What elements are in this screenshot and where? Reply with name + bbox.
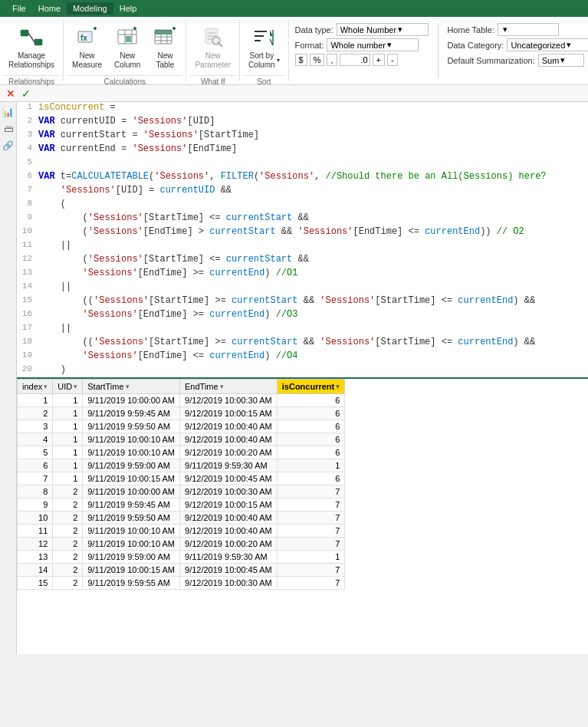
dollar-button[interactable]: $: [295, 54, 307, 66]
format-value: Whole number: [330, 41, 386, 50]
table-cell-row9-col2: 9/11/2019 9:59:45 AM: [83, 498, 180, 512]
new-column-label: NewColumn: [114, 51, 140, 70]
top-bar-file[interactable]: File: [6, 2, 32, 15]
ribbon-group-formatting: Data type: Whole Number ▾ Format: Whole …: [289, 20, 588, 81]
uid-filter-icon[interactable]: ▾: [74, 383, 77, 390]
table-cell-row5-col3: 9/12/2019 10:00:20 AM: [180, 446, 278, 459]
table-cell-row3-col3: 9/12/2019 10:00:40 AM: [180, 420, 278, 433]
top-bar-home[interactable]: Home: [32, 2, 67, 15]
sidebar-data-icon[interactable]: 🗃: [2, 122, 15, 136]
new-table-button[interactable]: NewTable: [147, 21, 182, 74]
table-cell-row6-col4: 1: [277, 459, 344, 472]
data-category-select[interactable]: Uncategorized ▾: [507, 38, 588, 51]
table-cell-row2-col3: 9/12/2019 10:00:15 AM: [180, 407, 278, 420]
table-row: 829/11/2019 10:00:00 AM9/12/2019 10:00:3…: [18, 485, 345, 498]
table-cell-row2-col1: 1: [53, 407, 83, 420]
col-header-uid[interactable]: UID ▾: [53, 380, 83, 394]
code-line-3: 3 VAR currentStart = 'Sessions'[StartTim…: [17, 130, 588, 143]
new-table-label: NewTable: [156, 51, 174, 70]
svg-rect-0: [21, 30, 28, 36]
data-type-select[interactable]: Whole Number ▾: [337, 23, 429, 36]
decimal-input[interactable]: [340, 54, 370, 66]
sidebar-model-icon[interactable]: 🔗: [2, 139, 15, 153]
data-type-section: Data type: Whole Number ▾ Format: Whole …: [295, 23, 429, 66]
format-buttons-row: $ % , + -: [295, 54, 429, 66]
sort-by-column-button[interactable]: Sort byColumn ▾: [243, 21, 284, 74]
table-cell-row4-col1: 1: [53, 433, 83, 446]
table-cell-row10-col0: 10: [18, 512, 53, 525]
table-cell-row1-col3: 9/12/2019 10:00:30 AM: [180, 394, 278, 407]
table-scroll[interactable]: index ▾ UID ▾ StartTime ▾ EndTime ▾: [17, 379, 588, 590]
data-table: index ▾ UID ▾ StartTime ▾ EndTime ▾: [17, 379, 345, 590]
increase-decimal-button[interactable]: +: [373, 54, 385, 66]
ribbon: ManageRelationships Relationships fx: [0, 17, 588, 85]
table-row: 1529/11/2019 9:59:55 AM9/12/2019 10:00:3…: [18, 577, 345, 590]
format-chevron: ▾: [387, 40, 392, 50]
endtime-filter-icon[interactable]: ▾: [220, 383, 224, 390]
relationships-group-label: Relationships: [3, 75, 60, 87]
table-cell-row15-col3: 9/12/2019 10:00:30 AM: [180, 577, 278, 590]
svg-line-26: [218, 42, 222, 47]
home-table-label: Home Table:: [447, 25, 494, 35]
code-line-10: 10 ('Sessions'[EndTime] > currentStart &…: [17, 226, 588, 240]
new-column-button[interactable]: NewColumn: [109, 21, 146, 74]
table-cell-row12-col0: 12: [18, 538, 53, 551]
manage-relationships-button[interactable]: ManageRelationships: [3, 21, 60, 74]
table-cell-row9-col1: 2: [53, 498, 83, 512]
col-header-index[interactable]: index ▾: [18, 380, 53, 394]
formula-confirm-icon[interactable]: ✓: [21, 87, 31, 100]
decrease-decimal-button[interactable]: -: [387, 54, 398, 66]
col-header-endtime[interactable]: EndTime ▾: [180, 380, 278, 394]
code-line-2: 2 VAR currentUID = 'Sessions'[UID]: [17, 116, 588, 130]
table-cell-row11-col3: 9/12/2019 10:00:40 AM: [180, 525, 278, 538]
col-header-starttime[interactable]: StartTime ▾: [83, 380, 180, 394]
table-cell-row10-col3: 9/12/2019 10:00:40 AM: [180, 512, 278, 525]
main-area: 📊 🗃 🔗 1 isConcurrent = 2 VAR currentUID …: [0, 102, 588, 654]
format-select[interactable]: Whole number ▾: [327, 38, 419, 51]
table-cell-row10-col1: 2: [53, 512, 83, 525]
default-summarization-label: Default Summarization:: [447, 56, 534, 65]
starttime-filter-icon[interactable]: ▾: [126, 383, 130, 390]
sidebar-report-icon[interactable]: 📊: [2, 105, 15, 119]
table-row: 419/11/2019 10:00:10 AM9/12/2019 10:00:4…: [18, 433, 345, 446]
svg-line-2: [28, 33, 34, 42]
code-line-20: 20 ): [17, 364, 588, 377]
table-cell-row13-col1: 2: [53, 551, 83, 564]
index-filter-icon[interactable]: ▾: [44, 383, 48, 390]
home-table-select[interactable]: ▾: [498, 23, 559, 36]
isconcurrent-filter-icon[interactable]: ▾: [336, 383, 340, 390]
sort-by-column-icon: [251, 25, 276, 50]
data-category-value: Uncategorized: [511, 41, 565, 50]
svg-rect-1: [34, 39, 42, 45]
table-cell-row15-col2: 9/11/2019 9:59:55 AM: [83, 577, 180, 590]
content-area: 1 isConcurrent = 2 VAR currentUID = 'Ses…: [17, 102, 588, 654]
formula-cancel-icon[interactable]: ✕: [6, 87, 15, 100]
sidebar: 📊 🗃 🔗: [0, 102, 17, 654]
svg-rect-15: [155, 30, 172, 35]
table-cell-row12-col2: 9/11/2019 10:00:10 AM: [83, 538, 180, 551]
top-bar-help[interactable]: Help: [113, 2, 143, 15]
default-summarization-select[interactable]: Sum ▾: [538, 54, 584, 67]
formula-bar: ✕ ✓: [0, 85, 588, 102]
table-cell-row6-col3: 9/11/2019 9:59:30 AM: [180, 459, 278, 472]
new-measure-button[interactable]: fx NewMeasure: [67, 21, 107, 74]
new-measure-label: NewMeasure: [72, 51, 102, 70]
table-cell-row14-col2: 9/11/2019 10:00:15 AM: [83, 564, 180, 577]
table-cell-row3-col0: 3: [18, 420, 53, 433]
percent-button[interactable]: %: [310, 54, 325, 66]
table-cell-row13-col4: 1: [277, 551, 344, 564]
whatif-buttons: NewParameter: [189, 21, 236, 74]
sort-buttons: Sort byColumn ▾: [243, 21, 284, 74]
table-cell-row9-col0: 9: [18, 498, 53, 512]
table-cell-row6-col2: 9/11/2019 9:59:00 AM: [83, 459, 180, 472]
table-cell-row5-col0: 5: [18, 446, 53, 459]
col-header-isconcurrent[interactable]: isConcurrent ▾: [277, 380, 344, 394]
table-cell-row2-col4: 6: [277, 407, 344, 420]
table-cell-row12-col4: 7: [277, 538, 344, 551]
code-line-6: 6 VAR t=CALCULATETABLE('Sessions', FILTE…: [17, 171, 588, 185]
top-bar-modeling[interactable]: Modeling: [67, 2, 113, 15]
code-editor[interactable]: 1 isConcurrent = 2 VAR currentUID = 'Ses…: [17, 102, 588, 377]
comma-button[interactable]: ,: [327, 54, 337, 66]
table-row: 1329/11/2019 9:59:00 AM9/11/2019 9:59:30…: [18, 551, 345, 564]
new-parameter-button[interactable]: NewParameter: [189, 21, 236, 74]
